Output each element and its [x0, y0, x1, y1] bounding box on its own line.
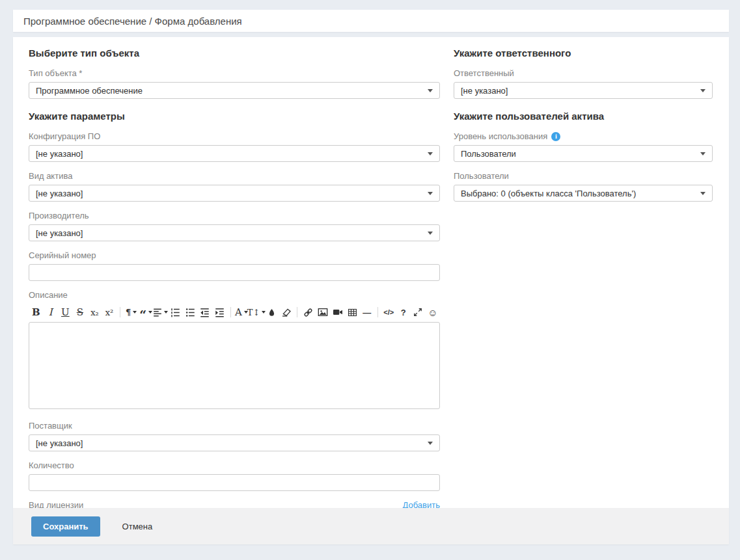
manufacturer-label: Производитель: [29, 211, 440, 220]
asset-kind-select[interactable]: [не указано]: [29, 185, 440, 202]
quantity-label: Количество: [29, 460, 440, 470]
supplier-label: Поставщик: [29, 421, 440, 431]
font-size-icon[interactable]: T↕: [249, 305, 264, 319]
breadcrumb-text: Программное обеспечение / Форма добавлен…: [23, 16, 242, 27]
object-type-select[interactable]: Программное обеспечение: [29, 82, 440, 99]
chevron-down-icon: [700, 152, 706, 155]
insert-table-icon[interactable]: [345, 305, 360, 319]
description-textarea[interactable]: [29, 322, 440, 409]
chevron-down-icon: [700, 89, 706, 92]
italic-icon[interactable]: I: [44, 305, 59, 319]
chevron-down-icon: [428, 192, 433, 195]
left-column: Выберите тип объекта Тип объекта * Прогр…: [29, 47, 440, 531]
description-label: Описание: [29, 290, 440, 300]
insert-video-icon[interactable]: [330, 305, 345, 319]
decrease-indent-icon[interactable]: [197, 305, 212, 319]
chevron-down-icon: [428, 89, 433, 92]
increase-indent-icon[interactable]: [212, 305, 227, 319]
users-value: Выбрано: 0 (объекты класса 'Пользователь…: [461, 189, 636, 198]
align-icon[interactable]: [153, 305, 168, 319]
object-type-value: Программное обеспечение: [36, 86, 143, 96]
breadcrumb: Программное обеспечение / Форма добавлен…: [13, 10, 729, 32]
asset-kind-value: [не указано]: [36, 189, 83, 198]
insert-image-icon[interactable]: [316, 305, 331, 319]
bold-icon[interactable]: B: [29, 305, 44, 319]
unordered-list-icon[interactable]: [183, 305, 198, 319]
usage-level-label: Уровень использования i: [454, 131, 713, 141]
subscript-icon[interactable]: x₂: [87, 305, 102, 319]
section-title-responsible: Укажите ответственного: [454, 47, 713, 59]
users-select[interactable]: Выбрано: 0 (объекты класса 'Пользователь…: [454, 185, 713, 202]
ordered-list-icon[interactable]: [168, 305, 183, 319]
font-color-icon[interactable]: A: [234, 305, 249, 319]
supplier-value: [не указано]: [36, 438, 83, 448]
info-icon[interactable]: i: [551, 132, 560, 141]
toolbar-divider: [377, 307, 378, 317]
emoticons-icon[interactable]: ☺: [426, 305, 441, 319]
asset-kind-label: Вид актива: [29, 171, 440, 181]
chevron-down-icon: [428, 232, 433, 235]
form-footer: Сохранить Отмена: [13, 508, 729, 544]
clear-formatting-icon[interactable]: [279, 305, 294, 319]
responsible-label: Ответственный: [454, 68, 713, 78]
software-config-value: [не указано]: [36, 149, 83, 159]
section-title-asset-users: Укажите пользователей актива: [454, 111, 713, 122]
right-column: Укажите ответственного Ответственный [не…: [454, 47, 713, 531]
fullscreen-icon[interactable]: [411, 305, 426, 319]
software-config-select[interactable]: [не указано]: [29, 145, 440, 162]
rich-text-toolbar: B I U S x₂ x² ¶ “: [29, 305, 440, 319]
software-config-label: Конфигурация ПО: [29, 131, 440, 141]
strikethrough-icon[interactable]: S: [73, 305, 88, 319]
code-view-icon[interactable]: </>: [381, 305, 396, 319]
section-title-parameters: Укажите параметры: [29, 111, 440, 122]
chevron-down-icon: [700, 192, 706, 195]
quote-icon[interactable]: “: [139, 305, 154, 319]
toolbar-divider: [230, 307, 231, 317]
underline-icon[interactable]: U: [58, 305, 73, 319]
superscript-icon[interactable]: x²: [102, 305, 117, 319]
cancel-button[interactable]: Отмена: [116, 518, 159, 535]
responsible-value: [не указано]: [461, 86, 508, 96]
usage-level-value: Пользователи: [461, 149, 516, 159]
toolbar-divider: [297, 307, 297, 317]
usage-level-select[interactable]: Пользователи: [454, 145, 713, 162]
manufacturer-select[interactable]: [не указано]: [29, 224, 440, 241]
chevron-down-icon: [428, 152, 433, 155]
toolbar-divider: [120, 307, 120, 317]
supplier-select[interactable]: [не указано]: [29, 434, 440, 451]
form-card: Выберите тип объекта Тип объекта * Прогр…: [13, 37, 729, 544]
save-button[interactable]: Сохранить: [31, 516, 100, 537]
manufacturer-value: [не указано]: [36, 228, 83, 238]
highlight-color-icon[interactable]: [264, 305, 279, 319]
help-icon[interactable]: ?: [396, 305, 411, 319]
quantity-input[interactable]: [29, 474, 440, 491]
responsible-select[interactable]: [не указано]: [454, 82, 713, 99]
insert-link-icon[interactable]: [301, 305, 316, 319]
serial-number-input[interactable]: [29, 264, 440, 281]
chevron-down-icon: [428, 442, 433, 445]
section-title-object-type: Выберите тип объекта: [29, 47, 440, 59]
object-type-label: Тип объекта *: [29, 68, 440, 78]
users-label: Пользователи: [454, 171, 713, 181]
paragraph-format-icon[interactable]: ¶: [124, 305, 139, 319]
serial-number-label: Серийный номер: [29, 250, 440, 260]
horizontal-rule-icon[interactable]: —: [359, 305, 374, 319]
